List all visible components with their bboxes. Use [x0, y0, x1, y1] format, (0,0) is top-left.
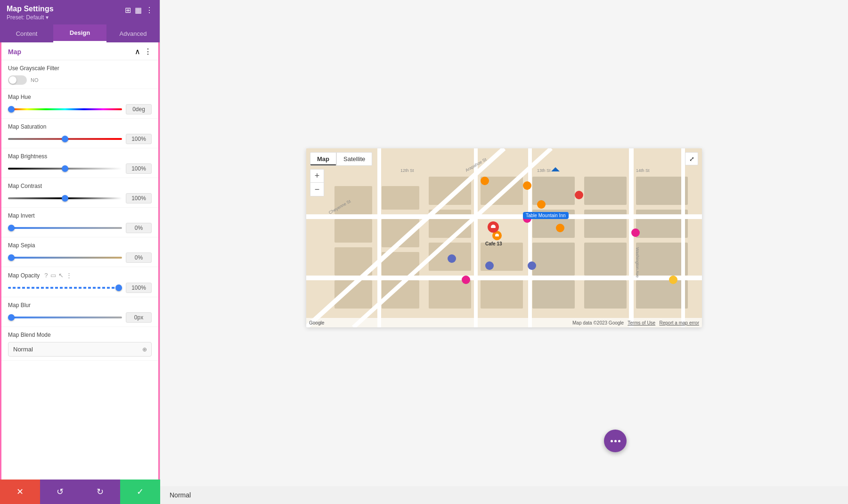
- map-pin-thaigold[interactable]: [556, 224, 564, 237]
- grayscale-toggle-label: NO: [31, 77, 39, 83]
- setting-contrast: Map Contrast 100%: [1, 178, 158, 208]
- tab-content[interactable]: Content: [0, 24, 53, 42]
- brightness-slider-row: 100%: [8, 163, 152, 174]
- sepia-label: Map Sepia: [8, 242, 152, 249]
- sepia-value[interactable]: 0%: [126, 252, 152, 263]
- cancel-button[interactable]: ✕: [0, 480, 40, 504]
- map-pin-golden-house[interactable]: [462, 276, 470, 289]
- saturation-slider-row: 100%: [8, 134, 152, 144]
- map-pin-tavern[interactable]: [481, 177, 489, 190]
- zoom-out-button[interactable]: −: [310, 183, 324, 196]
- fab-dot-1: [611, 440, 613, 442]
- map-tab-map[interactable]: Map: [310, 152, 336, 166]
- undo-button[interactable]: ↺: [40, 480, 80, 504]
- blend-mode-select[interactable]: Normal Multiply Screen Overlay Darken Li…: [8, 342, 152, 357]
- hue-slider-wrap: [8, 105, 122, 114]
- fab-dot-3: [618, 440, 620, 442]
- section-title: Map: [8, 48, 21, 56]
- bottom-label-text: Normal: [170, 491, 191, 499]
- map-footer-bar: Google Map data ©2023 Google Terms of Us…: [306, 318, 702, 327]
- svg-text:13th St: 13th St: [537, 168, 551, 173]
- hue-value[interactable]: 0deg: [126, 104, 152, 114]
- blur-value[interactable]: 0px: [126, 312, 152, 323]
- setting-grayscale: Use Grayscale Filter NO: [1, 60, 158, 89]
- hue-label: Map Hue: [8, 94, 152, 100]
- saturation-label: Map Saturation: [8, 123, 152, 130]
- map-pin-person[interactable]: [669, 276, 677, 289]
- contrast-slider-row: 100%: [8, 193, 152, 203]
- svg-rect-25: [636, 210, 688, 238]
- svg-rect-24: [636, 177, 688, 205]
- sepia-slider-row: 0%: [8, 252, 152, 263]
- sidebar-footer: ✕ ↺ ↻ ✓: [0, 480, 160, 504]
- opacity-value[interactable]: 100%: [126, 283, 152, 293]
- opacity-help-icon[interactable]: ?: [44, 272, 48, 279]
- blur-slider-row: 0px: [8, 312, 152, 323]
- map-pin-dove-inn[interactable]: [631, 228, 640, 242]
- saturation-slider[interactable]: [8, 138, 122, 140]
- redo-button[interactable]: ↻: [80, 480, 120, 504]
- brightness-label: Map Brightness: [8, 153, 152, 160]
- sidebar-title: Map Settings: [7, 5, 54, 13]
- hue-slider[interactable]: [8, 108, 122, 110]
- fab-dot-2: [614, 440, 617, 442]
- section-menu-icon[interactable]: ⋮: [144, 47, 152, 56]
- blend-mode-select-wrap: Normal Multiply Screen Overlay Darken Li…: [8, 342, 152, 357]
- setting-blend-mode: Map Blend Mode Normal Multiply Screen Ov…: [1, 327, 158, 361]
- grayscale-toggle-knob: [9, 76, 16, 84]
- save-button[interactable]: ✓: [120, 480, 160, 504]
- opacity-icons: ? ▭ ↖ ⋮: [44, 272, 72, 279]
- section-collapse-icon[interactable]: ∧: [135, 47, 140, 56]
- blur-label: Map Blur: [8, 302, 152, 309]
- map-fullscreen-button[interactable]: ⤢: [685, 152, 698, 165]
- sepia-slider[interactable]: [8, 257, 122, 259]
- svg-rect-21: [584, 210, 627, 238]
- opacity-cursor-icon[interactable]: ↖: [58, 272, 64, 279]
- brightness-value[interactable]: 100%: [126, 163, 152, 174]
- map-zoom-controls: + −: [310, 169, 324, 196]
- main-content: Map Satellite + − ⤢: [160, 0, 848, 504]
- setting-brightness: Map Brightness 100%: [1, 148, 158, 178]
- svg-rect-5: [382, 186, 419, 210]
- tab-advanced[interactable]: Advanced: [106, 24, 160, 42]
- sidebar: Map Settings Preset: Default ▾ ⊞ ▦ ⋮ Con…: [0, 0, 160, 504]
- setting-opacity: Map Opacity ? ▭ ↖ ⋮ 100%: [1, 267, 158, 297]
- map-pin-sushi[interactable]: [523, 181, 531, 195]
- header-icon-expand[interactable]: ⊞: [125, 6, 131, 15]
- invert-slider-wrap: [8, 223, 122, 233]
- map-tab-satellite[interactable]: Satellite: [336, 152, 372, 166]
- google-logo: Google: [309, 320, 324, 325]
- svg-rect-20: [584, 177, 627, 205]
- opacity-device-icon[interactable]: ▭: [50, 272, 56, 279]
- tab-design[interactable]: Design: [53, 24, 106, 42]
- opacity-slider-wrap: [8, 283, 122, 293]
- fab-button[interactable]: [604, 430, 627, 452]
- map-pin-primary[interactable]: [488, 221, 499, 238]
- map-pin-pizza[interactable]: [575, 191, 583, 204]
- contrast-value[interactable]: 100%: [126, 193, 152, 203]
- sidebar-content: Map ∧ ⋮ Use Grayscale Filter NO Map Hue: [0, 42, 160, 504]
- saturation-value[interactable]: 100%: [126, 134, 152, 144]
- cafe-label: Cafe 13: [485, 241, 502, 246]
- invert-value[interactable]: 0%: [126, 223, 152, 233]
- header-icon-grid[interactable]: ▦: [135, 6, 142, 15]
- opacity-menu-icon[interactable]: ⋮: [66, 272, 72, 279]
- map-pin-sandwiches[interactable]: [537, 200, 546, 213]
- preset-label[interactable]: Preset: Default ▾: [7, 14, 54, 21]
- redo-icon: ↻: [97, 487, 104, 497]
- map-pin-mortgage[interactable]: [448, 254, 456, 268]
- map-pin-peri[interactable]: [485, 261, 494, 275]
- blur-slider[interactable]: [8, 317, 122, 318]
- save-icon: ✓: [137, 487, 144, 497]
- map-pin-airgarage[interactable]: [528, 261, 536, 275]
- invert-slider[interactable]: [8, 227, 122, 229]
- zoom-in-button[interactable]: +: [310, 170, 324, 183]
- brightness-slider[interactable]: [8, 168, 122, 170]
- map-pin-bank[interactable]: [551, 167, 560, 180]
- contrast-slider[interactable]: [8, 197, 122, 199]
- header-icon-menu[interactable]: ⋮: [146, 6, 153, 15]
- opacity-slider[interactable]: [8, 287, 122, 289]
- invert-slider-row: 0%: [8, 223, 152, 233]
- grayscale-toggle[interactable]: [8, 75, 27, 85]
- map-tab-controls: Map Satellite: [310, 152, 372, 166]
